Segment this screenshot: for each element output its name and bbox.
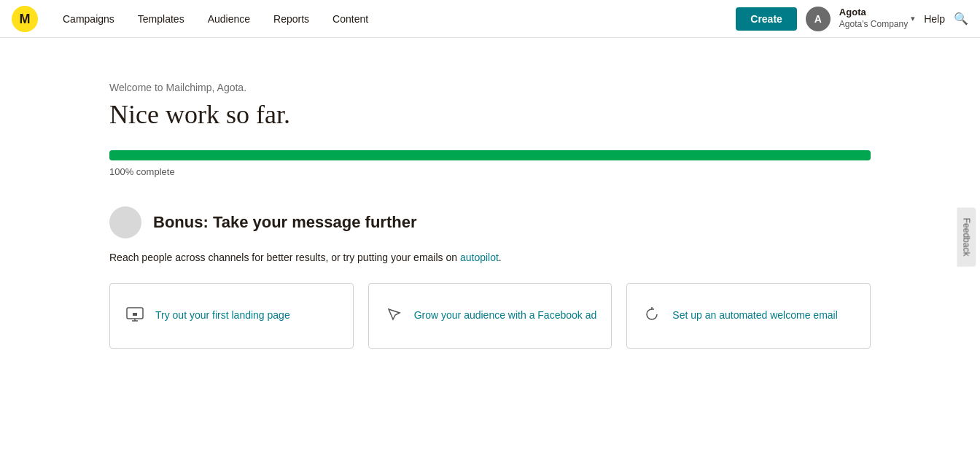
chevron-down-icon: ▾ [911, 14, 915, 23]
bonus-description: Reach people across channels for better … [109, 250, 605, 265]
feedback-label[interactable]: Feedback [957, 208, 976, 267]
user-name: Agota [839, 7, 908, 19]
welcome-text: Welcome to Mailchimp, Agota. [109, 82, 871, 93]
bonus-desc-prefix: Reach people across channels for better … [109, 252, 460, 263]
nav-reports[interactable]: Reports [263, 7, 319, 31]
progress-label: 100% complete [109, 166, 871, 177]
user-info[interactable]: Agota Agota's Company ▾ [839, 7, 915, 30]
nav-links: Campaigns Templates Audience Reports Con… [52, 7, 736, 31]
user-company: Agota's Company [839, 19, 908, 31]
facebook-ad-label: Grow your audience with a Facebook ad [414, 308, 597, 323]
svg-rect-4 [133, 313, 137, 316]
welcome-email-label: Set up an automated welcome email [672, 308, 837, 323]
nav-campaigns[interactable]: Campaigns [52, 7, 125, 31]
bonus-header: Bonus: Take your message further [109, 206, 871, 238]
main-content: Welcome to Mailchimp, Agota. Nice work s… [0, 38, 980, 378]
nav-right: Create A Agota Agota's Company ▾ Help 🔍 [736, 7, 968, 31]
facebook-ad-icon [384, 306, 404, 326]
autopilot-link[interactable]: autopilot [460, 252, 499, 263]
avatar[interactable]: A [806, 7, 831, 31]
svg-text:M: M [20, 12, 31, 26]
landing-page-label: Try out your first landing page [155, 308, 290, 323]
welcome-email-card[interactable]: Set up an automated welcome email [626, 283, 871, 349]
mailchimp-logo[interactable]: M [12, 6, 38, 32]
bonus-icon [109, 206, 141, 238]
automation-icon [642, 306, 662, 326]
facebook-ad-card[interactable]: Grow your audience with a Facebook ad [368, 283, 612, 349]
nav-content[interactable]: Content [322, 7, 378, 31]
nav-audience[interactable]: Audience [198, 7, 260, 31]
bonus-section: Bonus: Take your message further Reach p… [109, 206, 871, 349]
progress-bar-fill [109, 150, 871, 160]
progress-bar-container [109, 150, 871, 160]
nav-templates[interactable]: Templates [128, 7, 195, 31]
search-icon[interactable]: 🔍 [954, 12, 968, 26]
bonus-cards: Try out your first landing page Grow you… [109, 283, 871, 349]
bonus-title: Bonus: Take your message further [153, 213, 416, 232]
create-button[interactable]: Create [736, 7, 797, 31]
landing-page-card[interactable]: Try out your first landing page [109, 283, 354, 349]
user-info-text: Agota Agota's Company [839, 7, 908, 30]
help-link[interactable]: Help [924, 13, 945, 25]
landing-page-icon [125, 307, 145, 325]
bonus-desc-suffix: . [499, 252, 502, 263]
headline: Nice work so far. [109, 99, 871, 130]
navbar: M Campaigns Templates Audience Reports C… [0, 0, 980, 38]
